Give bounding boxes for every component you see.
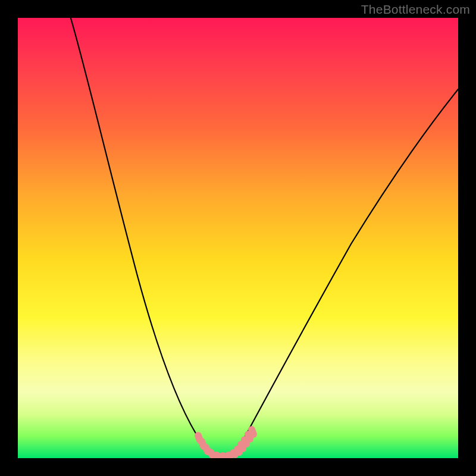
- highlight-markers: [198, 430, 253, 456]
- svg-line-10: [245, 440, 246, 444]
- curve-layer: [18, 18, 458, 458]
- svg-line-6: [228, 455, 230, 456]
- chart-frame: TheBottleneck.com: [0, 0, 476, 476]
- plot-area: [18, 18, 458, 458]
- watermark-text: TheBottleneck.com: [361, 2, 470, 17]
- svg-line-9: [241, 444, 243, 449]
- bottleneck-curve: [71, 18, 458, 456]
- svg-line-5: [223, 456, 224, 456]
- svg-line-11: [248, 434, 250, 439]
- svg-line-4: [217, 455, 218, 456]
- svg-line-8: [237, 449, 239, 452]
- svg-line-7: [233, 453, 235, 455]
- svg-line-12: [252, 430, 253, 434]
- svg-line-3: [211, 452, 212, 455]
